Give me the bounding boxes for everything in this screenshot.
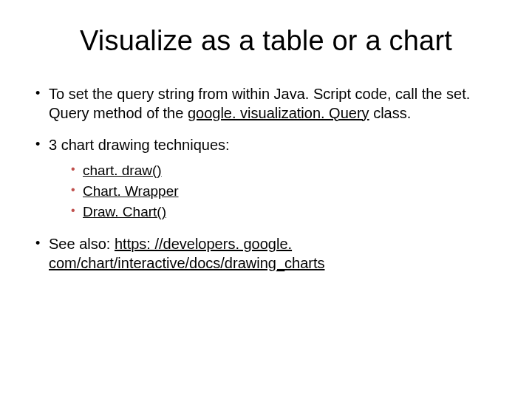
text: class. (369, 105, 412, 121)
text: See also: (49, 236, 115, 252)
sub-list: chart. draw() Chart. Wrapper Draw. Chart… (49, 161, 497, 222)
bullet-seealso: See also: https: //developers. google. c… (35, 235, 497, 273)
slide: Visualize as a table or a chart To set t… (0, 0, 532, 399)
link-chart-wrapper[interactable]: Chart. Wrapper (83, 183, 179, 199)
link-draw-chart[interactable]: Draw. Chart() (83, 204, 166, 219)
bullet-list: To set the query string from within Java… (35, 85, 497, 273)
bullet-setquery: To set the query string from within Java… (35, 85, 497, 123)
class-link[interactable]: google. visualization. Query (188, 105, 369, 121)
sub-chart-draw: chart. draw() (71, 161, 497, 180)
sub-draw-chart: Draw. Chart() (71, 202, 497, 222)
sub-chart-wrapper: Chart. Wrapper (71, 182, 497, 201)
slide-title: Visualize as a table or a chart (35, 25, 497, 57)
text: 3 chart drawing techniques: (49, 137, 230, 153)
bullet-techniques: 3 chart drawing techniques: chart. draw(… (35, 136, 497, 222)
link-chart-draw[interactable]: chart. draw() (83, 163, 162, 178)
